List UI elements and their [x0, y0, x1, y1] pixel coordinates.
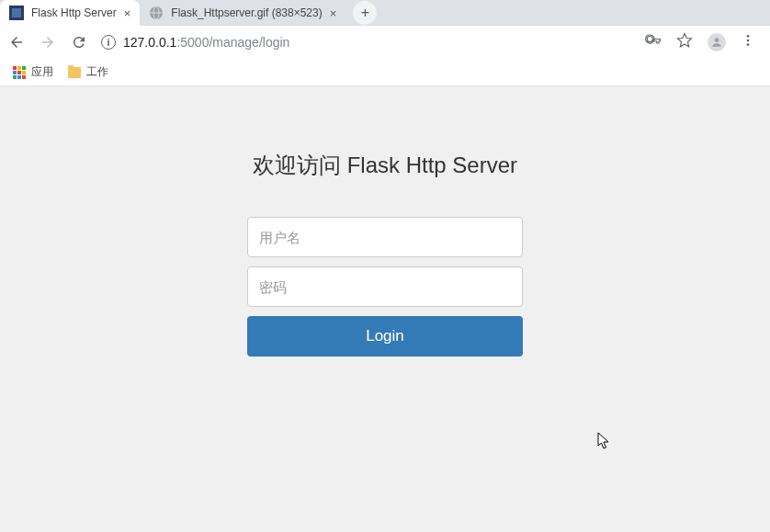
tab-2[interactable]: Flask_Httpserver.gif (838×523) ×: [140, 0, 345, 26]
key-icon[interactable]: [645, 32, 662, 52]
svg-point-8: [747, 43, 750, 46]
back-button[interactable]: [7, 33, 26, 51]
apps-grid-icon: [13, 66, 26, 79]
arrow-left-icon: [8, 34, 25, 51]
reload-button[interactable]: [70, 33, 88, 51]
url-path: :5000/manage/login: [176, 35, 289, 50]
close-icon[interactable]: ×: [330, 6, 337, 20]
bookmark-folder-work[interactable]: 工作: [68, 64, 108, 80]
page-content: 欢迎访问 Flask Http Server Login: [0, 86, 770, 532]
page-title: 欢迎访问 Flask Http Server: [247, 151, 523, 180]
svg-point-6: [747, 35, 750, 38]
svg-rect-1: [12, 8, 21, 17]
toolbar-right: [645, 32, 763, 52]
svg-point-5: [715, 38, 719, 42]
url-text: 127.0.0.1:5000/manage/login: [123, 35, 289, 50]
username-field[interactable]: [247, 217, 523, 257]
tab-strip: Flask Http Server × Flask_Httpserver.gif…: [0, 0, 770, 26]
login-button[interactable]: Login: [247, 316, 523, 357]
svg-point-7: [747, 40, 750, 42]
tab-1[interactable]: Flask Http Server ×: [0, 0, 140, 26]
reload-icon: [71, 34, 87, 51]
tab-2-title: Flask_Httpserver.gif (838×523): [171, 6, 322, 19]
favicon-flask-icon: [9, 6, 24, 20]
apps-label: 应用: [31, 64, 53, 80]
arrow-right-icon: [40, 34, 56, 51]
url-host: 127.0.0.1: [123, 35, 176, 50]
password-field[interactable]: [247, 266, 523, 307]
apps-shortcut[interactable]: 应用: [13, 64, 53, 80]
forward-button[interactable]: [39, 33, 57, 51]
plus-icon: +: [361, 5, 369, 21]
address-bar[interactable]: i 127.0.0.1:5000/manage/login: [101, 35, 632, 50]
toolbar: i 127.0.0.1:5000/manage/login: [0, 26, 770, 59]
person-icon: [710, 36, 723, 49]
favicon-globe-icon: [149, 6, 164, 20]
menu-button[interactable]: [741, 33, 755, 51]
browser-chrome: Flask Http Server × Flask_Httpserver.gif…: [0, 0, 770, 86]
new-tab-button[interactable]: +: [353, 1, 377, 25]
site-info-icon[interactable]: i: [101, 35, 116, 50]
star-icon[interactable]: [676, 32, 693, 52]
profile-avatar[interactable]: [708, 33, 726, 51]
bookmarks-bar: 应用 工作: [0, 59, 770, 86]
bookmark-work-label: 工作: [86, 64, 108, 80]
login-container: 欢迎访问 Flask Http Server Login: [247, 151, 523, 357]
tab-1-title: Flask Http Server: [31, 6, 117, 19]
folder-icon: [68, 67, 81, 78]
close-icon[interactable]: ×: [124, 6, 131, 20]
kebab-icon: [741, 33, 755, 48]
